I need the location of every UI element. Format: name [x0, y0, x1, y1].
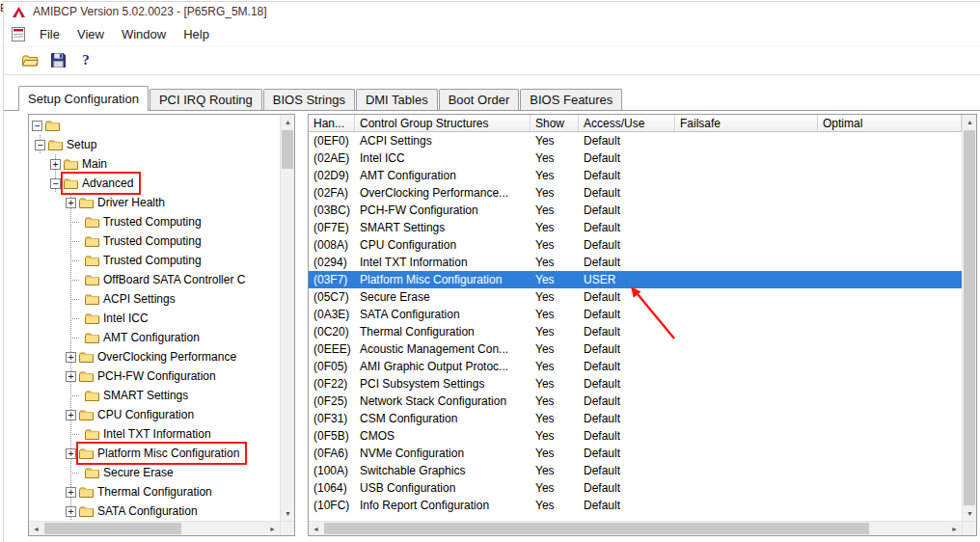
tree-indent — [47, 251, 63, 270]
tree-expander-icon[interactable]: + — [66, 410, 76, 420]
table-row[interactable]: (0294)Intel TXT InformationYesDefault — [309, 254, 962, 271]
scroll-left-icon[interactable]: ◄ — [309, 522, 323, 536]
tree-horizontal-scrollbar[interactable]: ◄ ► — [29, 521, 280, 535]
table-row[interactable]: (0F22)PCI Subsystem SettingsYesDefault — [309, 375, 962, 393]
tree-item[interactable]: SMART Settings — [29, 386, 280, 405]
folder-icon — [64, 177, 78, 189]
table-row[interactable]: (10FC)Info Report ConfigurationYesDefaul… — [309, 497, 962, 514]
tree-item[interactable]: −Setup — [29, 135, 280, 154]
table-row[interactable]: (02D9)AMT ConfigurationYesDefault — [309, 167, 962, 184]
table-vscroll-thumb[interactable] — [964, 130, 975, 505]
table-row[interactable]: (02FA)OverClocking Performance...YesDefa… — [309, 184, 962, 202]
tab-bios-features[interactable]: BIOS Features — [520, 89, 622, 110]
table-row[interactable]: (05C7)Secure EraseYesDefault — [309, 288, 962, 306]
tree-hscroll-thumb[interactable] — [44, 523, 181, 534]
tree-item[interactable]: Secure Erase — [29, 463, 280, 482]
column-header[interactable]: Access/Use — [579, 115, 675, 131]
table-row[interactable]: (0EEE)Acoustic Management Con...YesDefau… — [309, 340, 962, 358]
scroll-down-icon[interactable]: ▼ — [963, 506, 977, 521]
tree-node: +PCH-FW Configuration — [78, 366, 218, 386]
column-header[interactable]: Optimal — [818, 115, 962, 131]
scroll-right-icon[interactable]: ► — [265, 522, 280, 536]
table-row[interactable]: (0F5B)CMOSYesDefault — [309, 427, 962, 445]
column-header[interactable]: Failsafe — [675, 115, 818, 131]
tree-expander-icon[interactable]: + — [66, 487, 76, 498]
tab-pci-irq-routing[interactable]: PCI IRQ Routing — [150, 89, 262, 110]
tree-item[interactable]: +PCH-FW Configuration — [29, 366, 280, 386]
table-row[interactable]: (02AE)Intel ICCYesDefault — [309, 149, 962, 167]
table-row[interactable]: (0EF0)ACPI SettingsYesDefault — [309, 132, 962, 149]
tree-item[interactable]: AMT Configuration — [29, 328, 280, 347]
tree-expander-icon[interactable]: − — [32, 121, 42, 131]
tree-expander-icon[interactable]: + — [66, 352, 76, 363]
menu-view[interactable]: View — [68, 24, 113, 44]
tree-expander-icon[interactable]: + — [50, 159, 61, 170]
table-hscroll-track[interactable] — [323, 522, 947, 535]
tree-item[interactable]: OffBoard SATA Controller C — [29, 270, 280, 289]
tree-item[interactable]: +Platform Misc Configuration — [29, 444, 280, 463]
tree-expander-icon[interactable]: − — [50, 178, 61, 189]
show-cell: Yes — [531, 308, 579, 321]
tab-setup-configuration[interactable]: Setup Configuration — [18, 86, 149, 111]
tree-item[interactable]: +Thermal Configuration — [29, 482, 280, 501]
table-row[interactable]: (100A)Switchable GraphicsYesDefault — [309, 462, 962, 479]
tab-boot-order[interactable]: Boot Order — [439, 89, 520, 110]
tree-item[interactable]: Trusted Computing — [29, 212, 280, 231]
menu-file[interactable]: File — [31, 24, 68, 44]
table-hscroll-thumb[interactable] — [324, 523, 869, 534]
scroll-left-icon[interactable]: ◄ — [29, 522, 43, 536]
open-button[interactable] — [18, 50, 41, 71]
tree-item[interactable]: +CPU Configuration — [29, 405, 280, 424]
scroll-down-icon[interactable]: ▼ — [281, 506, 295, 521]
tree-expander-icon[interactable]: + — [66, 198, 76, 208]
table-row[interactable]: (03F7)Platform Misc ConfigurationYesUSER — [309, 271, 962, 288]
tree-item[interactable]: Trusted Computing — [29, 231, 280, 251]
tree-item[interactable]: −Advanced — [29, 174, 280, 193]
table-row[interactable]: (03BC)PCH-FW ConfigurationYesDefault — [309, 202, 962, 219]
tab-bios-strings[interactable]: BIOS Strings — [263, 89, 355, 110]
tree-item[interactable]: ACPI Settings — [29, 289, 280, 309]
folder-icon — [79, 197, 94, 208]
tree-item[interactable]: − — [29, 116, 280, 135]
table-row[interactable]: (0F7E)SMART SettingsYesDefault — [309, 219, 962, 236]
menu-window[interactable]: Window — [113, 24, 175, 44]
scroll-right-icon[interactable]: ► — [947, 522, 962, 536]
scroll-up-icon[interactable]: ▲ — [281, 115, 295, 129]
tree-expander-icon[interactable]: + — [66, 448, 76, 459]
tree-item[interactable]: +Driver Health — [29, 193, 280, 212]
column-header[interactable]: Control Group Structures — [355, 115, 531, 131]
tree-item[interactable]: Trusted Computing — [29, 251, 280, 270]
scroll-up-icon[interactable]: ▲ — [963, 115, 977, 129]
tree-vscroll-thumb[interactable] — [282, 130, 293, 169]
tree-item[interactable]: +OverClocking Performance — [29, 347, 280, 366]
table-horizontal-scrollbar[interactable]: ◄ ► — [309, 521, 962, 535]
table-vscroll-track[interactable] — [963, 129, 976, 506]
table-row[interactable]: (0FA6)NVMe ConfigurationYesDefault — [309, 445, 962, 462]
tree-vertical-scrollbar[interactable]: ▲ ▼ — [280, 115, 294, 521]
tree-item[interactable]: Intel TXT Information — [29, 424, 280, 444]
tree-expander-icon[interactable]: + — [66, 506, 76, 517]
table-row[interactable]: (0F05)AMI Graphic Output Protoc...YesDef… — [309, 358, 962, 375]
table-row[interactable]: (0A3E)SATA ConfigurationYesDefault — [309, 306, 962, 323]
table-vertical-scrollbar[interactable]: ▲ ▼ — [962, 115, 976, 521]
tree-indent — [32, 309, 47, 328]
table-row[interactable]: (0F25)Network Stack ConfigurationYesDefa… — [309, 393, 962, 410]
scrollbar-corner — [962, 521, 976, 535]
column-header[interactable]: Han... — [309, 115, 355, 131]
table-row[interactable]: (0F31)CSM ConfigurationYesDefault — [309, 410, 962, 427]
tree-vscroll-track[interactable] — [281, 129, 294, 506]
help-button[interactable]: ? — [74, 50, 97, 71]
tree-hscroll-track[interactable] — [43, 522, 265, 535]
tab-dmi-tables[interactable]: DMI Tables — [356, 89, 438, 110]
column-header[interactable]: Show — [531, 115, 579, 131]
tree-expander-icon[interactable]: − — [35, 140, 45, 150]
table-row[interactable]: (008A)CPU ConfigurationYesDefault — [309, 236, 962, 254]
menu-help[interactable]: Help — [175, 24, 218, 44]
table-row[interactable]: (1064)USB ConfigurationYesDefault — [309, 479, 962, 497]
tree-item[interactable]: +Main — [29, 154, 280, 174]
table-row[interactable]: (0C20)Thermal ConfigurationYesDefault — [309, 323, 962, 340]
save-button[interactable] — [46, 50, 69, 71]
tree-item[interactable]: Intel ICC — [29, 309, 280, 328]
tree-item[interactable]: +SATA Configuration — [29, 501, 280, 521]
tree-expander-icon[interactable]: + — [66, 371, 76, 382]
